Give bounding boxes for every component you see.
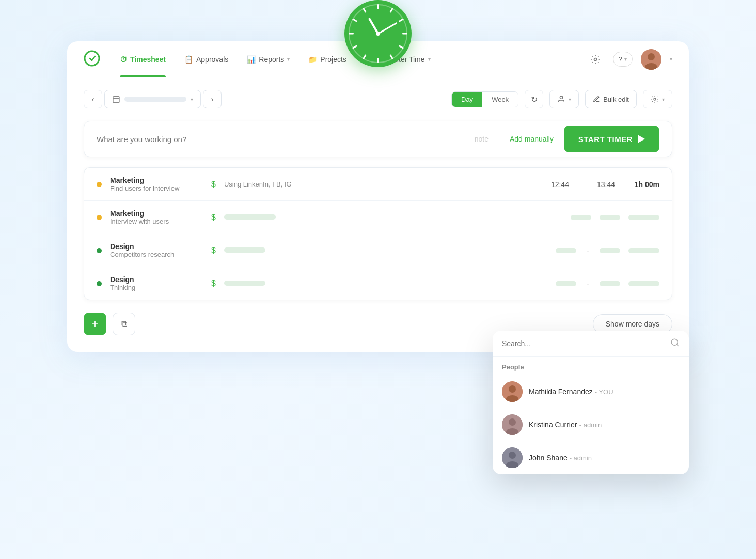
nav-item-approvals[interactable]: 📋 Approvals bbox=[177, 41, 235, 77]
list-item[interactable]: Kristina Currier - admin bbox=[493, 408, 689, 441]
user-filter-chevron-icon: ▾ bbox=[569, 97, 571, 102]
list-item[interactable]: John Shane - admin bbox=[493, 441, 689, 474]
play-icon bbox=[638, 135, 645, 143]
start-timer-button[interactable]: START TIMER bbox=[564, 126, 659, 152]
table-row: Design Thinking $ - bbox=[84, 267, 672, 300]
approvals-icon: 📋 bbox=[184, 55, 193, 64]
placeholder-description bbox=[224, 247, 265, 253]
refresh-button[interactable]: ↻ bbox=[525, 90, 543, 108]
view-settings-button[interactable]: ▾ bbox=[643, 90, 672, 108]
person-avatar-mathilda bbox=[502, 381, 523, 402]
avatar-chevron-icon[interactable]: ▾ bbox=[670, 56, 672, 62]
nav-label-reports: Reports bbox=[259, 55, 284, 64]
timer-note-label: note bbox=[475, 135, 489, 143]
next-date-button[interactable]: › bbox=[203, 90, 222, 108]
day-view-button[interactable]: Day bbox=[452, 92, 482, 107]
entry-billing-icon: $ bbox=[211, 246, 216, 255]
placeholder-start bbox=[556, 248, 576, 253]
placeholder-duration bbox=[628, 215, 659, 220]
person-name: John Shane bbox=[529, 454, 570, 462]
entry-info: Design Competitors research bbox=[110, 242, 203, 258]
entry-description-placeholder bbox=[224, 280, 547, 287]
entry-description-placeholder bbox=[224, 213, 562, 221]
view-toggle: Day Week bbox=[451, 91, 518, 107]
entry-dot-green bbox=[97, 248, 102, 253]
placeholder-start bbox=[571, 215, 591, 220]
add-entry-button[interactable]: + bbox=[84, 313, 106, 335]
entry-task: Find users for interview bbox=[110, 184, 203, 192]
help-chevron-icon: ▾ bbox=[624, 56, 627, 62]
person-role: - YOU bbox=[595, 388, 613, 396]
entry-task: Thinking bbox=[110, 284, 203, 291]
timer-input[interactable] bbox=[97, 135, 464, 144]
person-info: Kristina Currier - admin bbox=[529, 420, 602, 429]
person-role: - admin bbox=[570, 454, 592, 462]
placeholder-end bbox=[600, 215, 620, 220]
svg-rect-5 bbox=[113, 97, 119, 103]
date-placeholder bbox=[124, 97, 186, 102]
clock-decoration bbox=[344, 0, 412, 67]
time-entries-card: Marketing Find users for interview $ Usi… bbox=[84, 167, 672, 300]
placeholder-end bbox=[600, 281, 620, 286]
dropdown-search-input[interactable] bbox=[502, 339, 665, 348]
entry-dot-yellow bbox=[97, 182, 102, 187]
placeholder-end bbox=[600, 248, 620, 253]
entry-info: Marketing Find users for interview bbox=[110, 176, 203, 192]
svg-line-12 bbox=[676, 344, 678, 346]
help-icon: ? bbox=[619, 55, 622, 63]
main-card: ⏱ Timesheet 📋 Approvals 📊 Reports ▾ 📁 Pr… bbox=[67, 41, 689, 352]
entry-project: Marketing bbox=[110, 209, 203, 218]
entry-task: Competitors research bbox=[110, 251, 203, 258]
person-info: Mathilda Fernandez - YOU bbox=[529, 387, 613, 396]
person-avatar-john bbox=[502, 447, 523, 468]
person-role: - admin bbox=[579, 421, 602, 429]
placeholder-duration bbox=[628, 248, 659, 253]
entry-dash: - bbox=[587, 246, 589, 255]
help-button[interactable]: ? ▾ bbox=[613, 52, 633, 67]
svg-point-0 bbox=[85, 51, 99, 66]
entry-billing-icon: $ bbox=[211, 279, 216, 288]
table-row: Design Competitors research $ - bbox=[84, 234, 672, 267]
add-manually-button[interactable]: Add manually bbox=[510, 135, 554, 143]
prev-date-button[interactable]: ‹ bbox=[84, 90, 102, 108]
dropdown-section-label: People bbox=[493, 357, 689, 375]
settings-button[interactable] bbox=[586, 50, 605, 69]
user-avatar[interactable] bbox=[641, 49, 662, 70]
copy-button[interactable]: ⧉ bbox=[113, 313, 135, 335]
date-chevron-icon: ▾ bbox=[191, 97, 193, 102]
entry-dash: - bbox=[587, 280, 589, 288]
entry-billing-icon: $ bbox=[211, 213, 216, 222]
date-picker-button[interactable]: ▾ bbox=[104, 90, 201, 108]
entry-duration: 1h 00m bbox=[623, 180, 659, 189]
nav-item-reports[interactable]: 📊 Reports ▾ bbox=[240, 41, 297, 77]
projects-icon: 📁 bbox=[308, 55, 317, 64]
nav-right-actions: ? ▾ ▾ bbox=[586, 49, 672, 70]
user-filter-button[interactable]: ▾ bbox=[549, 90, 579, 108]
nav-item-timesheet[interactable]: ⏱ Timesheet bbox=[113, 41, 173, 77]
entry-info: Marketing Interview with users bbox=[110, 209, 203, 225]
svg-point-1 bbox=[594, 58, 596, 60]
dropdown-search-bar bbox=[493, 331, 689, 357]
reports-chevron-icon: ▾ bbox=[287, 56, 290, 62]
view-settings-chevron-icon: ▾ bbox=[662, 97, 665, 102]
svg-point-14 bbox=[509, 385, 516, 393]
list-item[interactable]: Mathilda Fernandez - YOU bbox=[493, 375, 689, 408]
entry-dot-green bbox=[97, 281, 102, 286]
search-icon bbox=[670, 338, 680, 349]
view-settings-icon bbox=[651, 95, 659, 103]
start-timer-label: START TIMER bbox=[578, 135, 633, 144]
user-dropdown: People Mathilda Fernandez - YOU Kristina… bbox=[493, 331, 689, 474]
placeholder-description bbox=[224, 214, 276, 220]
entry-project: Marketing bbox=[110, 176, 203, 184]
week-view-button[interactable]: Week bbox=[482, 92, 518, 107]
svg-point-11 bbox=[671, 339, 678, 345]
app-logo[interactable] bbox=[84, 50, 100, 69]
user-filter-icon bbox=[557, 95, 565, 103]
bulk-edit-button[interactable]: Bulk edit bbox=[585, 90, 637, 108]
nav-label-timesheet: Timesheet bbox=[130, 55, 166, 64]
clock-minute-hand bbox=[377, 22, 397, 35]
svg-point-20 bbox=[509, 452, 516, 459]
entry-billing-icon: $ bbox=[211, 180, 216, 189]
entry-time-end: 13:44 bbox=[597, 180, 615, 189]
person-info: John Shane - admin bbox=[529, 453, 592, 462]
